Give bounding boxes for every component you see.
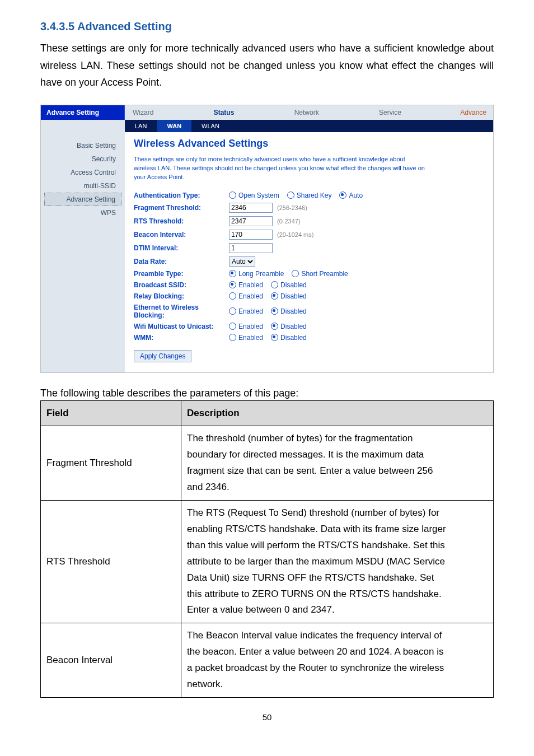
wifimc-enabled[interactable]: Enabled (229, 323, 263, 330)
label-relay: Relay Blocking: (134, 292, 229, 300)
wmm-disabled[interactable]: Disabled (271, 334, 307, 342)
auth-open[interactable]: Open System (229, 192, 279, 199)
cell-beacon-field: Beacon Interval (41, 623, 181, 698)
relay-enabled[interactable]: Enabled (229, 292, 263, 300)
select-rate[interactable]: Auto (229, 256, 255, 267)
label-rts: RTS Threshold: (134, 217, 229, 225)
label-preamble: Preamble Type: (134, 270, 229, 278)
intro-text: These settings are only for more technic… (40, 40, 494, 91)
input-frag[interactable] (229, 203, 273, 213)
apply-button[interactable]: Apply Changes (134, 350, 191, 362)
sidebar-item-basic[interactable]: Basic Setting (41, 139, 125, 152)
cell-rts-field: RTS Threshold (41, 501, 181, 623)
table-row: Beacon Interval The Beacon Interval valu… (41, 623, 494, 698)
eth-disabled[interactable]: Disabled (271, 307, 307, 315)
cell-rts-desc: The RTS (Request To Send) threshold (num… (181, 501, 494, 623)
page-heading: Wireless Advanced Settings (134, 138, 484, 150)
tab-wan[interactable]: WAN (157, 120, 191, 132)
preamble-short[interactable]: Short Preamble (292, 270, 348, 278)
label-eth: Ethernet to Wireless Blocking: (134, 304, 229, 319)
hint-rts: (0-2347) (277, 218, 301, 225)
nav-service[interactable]: Service (371, 105, 409, 120)
auth-shared[interactable]: Shared Key (287, 192, 332, 199)
tab-lan[interactable]: LAN (125, 120, 157, 132)
label-rate: Data Rate: (134, 258, 229, 265)
cell-beacon-desc: The Beacon Interval value indicates the … (181, 623, 494, 698)
section-number: 3.4.3.5 Advanced Setting (40, 20, 494, 33)
tab-wlan[interactable]: WLAN (191, 120, 229, 132)
sidebar-item-multissid[interactable]: multi-SSID (41, 179, 125, 193)
hint-frag: (256-2346) (277, 204, 307, 211)
sidebar-item-access[interactable]: Access Control (41, 166, 125, 179)
wmm-enabled[interactable]: Enabled (229, 334, 263, 342)
sidebar-item-security[interactable]: Security (41, 152, 125, 166)
sidebar: Basic Setting Security Access Control mu… (41, 132, 125, 372)
cell-frag-field: Fragment Threshold (41, 426, 181, 501)
input-beacon[interactable] (229, 230, 273, 240)
sidebar-item-wps[interactable]: WPS (41, 206, 125, 220)
nav-wizard[interactable]: Wizard (125, 105, 161, 120)
eth-enabled[interactable]: Enabled (229, 307, 263, 315)
router-screenshot: Advance Setting Wizard Status Network Se… (40, 105, 494, 373)
ssid-enabled[interactable]: Enabled (229, 281, 263, 289)
wifimc-disabled[interactable]: Disabled (271, 323, 307, 330)
table-caption: The following table describes the parame… (40, 388, 494, 399)
input-dtim[interactable] (229, 243, 273, 253)
label-ssid: Broadcast SSID: (134, 281, 229, 289)
label-auth: Authentication Type: (134, 192, 229, 199)
cell-frag-desc: The threshold (number of bytes) for the … (181, 426, 494, 501)
table-row: Fragment Threshold The threshold (number… (41, 426, 494, 501)
th-desc: Description (181, 400, 494, 426)
ssid-disabled[interactable]: Disabled (271, 281, 307, 289)
sidebar-item-advance[interactable]: Advance Setting (44, 193, 121, 206)
label-wmm: WMM: (134, 334, 229, 342)
label-beacon: Beacon Interval: (134, 231, 229, 239)
label-frag: Fragment Threshold: (134, 204, 229, 212)
page-note: These settings are only for more technic… (134, 155, 425, 182)
label-wifimc: Wifi Multicast to Unicast: (134, 323, 229, 330)
auth-auto[interactable]: Auto (339, 192, 363, 199)
label-dtim: DTIM Interval: (134, 244, 229, 252)
table-row: RTS Threshold The RTS (Request To Send) … (41, 501, 494, 623)
nav-status[interactable]: Status (206, 105, 242, 120)
preamble-long[interactable]: Long Preamble (229, 270, 284, 278)
relay-disabled[interactable]: Disabled (271, 292, 307, 300)
page-number: 50 (40, 712, 494, 722)
hint-beacon: (20-1024 ms) (277, 231, 313, 238)
nav-advance[interactable]: Advance (453, 105, 493, 120)
param-table: Field Description Fragment Threshold The… (40, 400, 494, 698)
th-field: Field (41, 400, 181, 426)
input-rts[interactable] (229, 216, 273, 226)
panel-title: Advance Setting (41, 105, 125, 120)
nav-network[interactable]: Network (287, 105, 327, 120)
